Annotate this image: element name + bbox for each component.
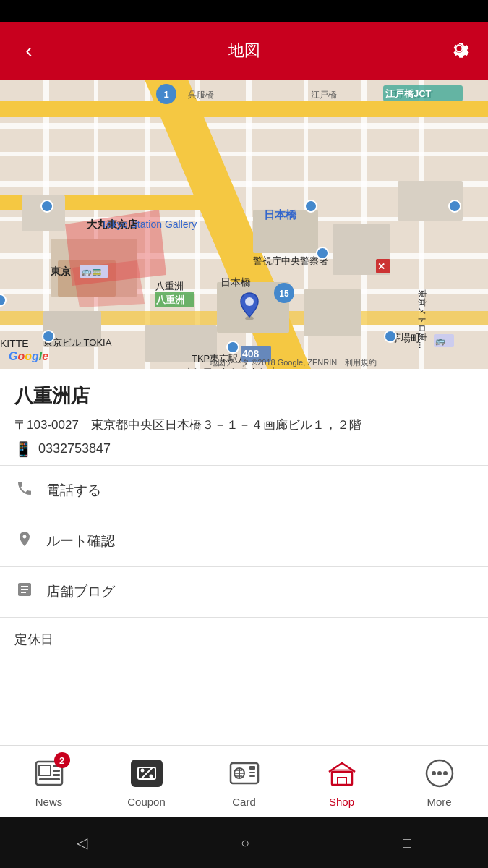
svg-point-69 — [41, 200, 53, 212]
teikyu-label: 定休日 — [14, 631, 474, 648]
svg-point-75 — [449, 200, 461, 212]
svg-rect-99 — [338, 778, 346, 785]
svg-text:KITTE: KITTE — [0, 338, 29, 349]
settings-button[interactable] — [445, 37, 474, 65]
store-address: 〒103-0027 東京都中央区日本橋３－１－４画廊ビル１，２階 — [14, 416, 474, 435]
svg-text:日本橋: 日本橋 — [221, 276, 251, 288]
svg-rect-96 — [249, 772, 255, 773]
route-icon — [14, 530, 35, 552]
android-recent-button[interactable]: □ — [403, 835, 411, 851]
nav-label-news: News — [35, 796, 63, 808]
status-bar — [0, 0, 488, 22]
svg-text:✕: ✕ — [377, 261, 385, 272]
svg-point-76 — [317, 247, 328, 259]
header-title: 地図 — [228, 40, 260, 61]
svg-point-53 — [245, 297, 254, 306]
svg-text:警視庁中央警察署: 警視庁中央警察署 — [253, 255, 328, 266]
nav-icon-wrap-news: 2 — [31, 755, 67, 791]
svg-text:地図データ ©2018 Google, ZENRIN　利用規: 地図データ ©2018 Google, ZENRIN 利用規約 — [209, 358, 377, 367]
svg-rect-82 — [53, 770, 60, 772]
back-button[interactable]: ‹ — [14, 39, 43, 62]
blog-action[interactable]: 店舗ブログ — [0, 567, 488, 618]
phone-icon: 📱 — [14, 441, 33, 458]
call-action[interactable]: 電話する — [0, 466, 488, 516]
nav-icon-wrap-shop — [324, 755, 360, 791]
svg-text:1: 1 — [163, 89, 168, 100]
nav-icon-wrap-more — [421, 755, 458, 791]
svg-rect-95 — [249, 766, 255, 770]
svg-point-74 — [0, 294, 6, 306]
svg-point-104 — [443, 771, 448, 775]
nav-item-card[interactable]: Card — [208, 755, 281, 808]
svg-rect-29 — [22, 195, 65, 231]
svg-point-70 — [305, 200, 317, 212]
svg-rect-80 — [39, 765, 51, 775]
svg-point-88 — [149, 775, 153, 778]
svg-text:八重洲: 八重洲 — [155, 294, 184, 305]
android-back-button[interactable]: ◁ — [77, 834, 87, 851]
svg-point-71 — [43, 331, 54, 342]
svg-rect-97 — [249, 775, 255, 777]
svg-rect-2 — [0, 152, 488, 156]
svg-text:🚌🚃: 🚌🚃 — [82, 266, 102, 276]
svg-rect-83 — [53, 774, 60, 776]
nav-item-shop[interactable]: Shop — [306, 755, 378, 808]
bottom-nav: 2 News Coupon — [0, 745, 488, 817]
svg-point-103 — [437, 771, 442, 775]
svg-text:東京メトロ東...: 東京メトロ東... — [417, 289, 427, 349]
map-area[interactable]: 呉服橋 江戸橋 江戸橋JCT 江戸橋JCT 1 大丸東京店 東京 🚌🚃 KITT… — [0, 80, 488, 369]
route-action[interactable]: ルート確認 — [0, 516, 488, 567]
call-label: 電話する — [46, 481, 101, 500]
nav-item-coupon[interactable]: Coupon — [111, 755, 183, 808]
nav-icon-wrap-card — [226, 755, 262, 791]
nav-icon-wrap-coupon — [129, 755, 165, 791]
nav-label-shop: Shop — [329, 796, 354, 808]
svg-rect-1 — [0, 123, 488, 129]
android-home-button[interactable]: ○ — [241, 835, 249, 851]
svg-point-87 — [140, 769, 144, 773]
blog-label: 店舗ブログ — [46, 582, 115, 601]
nav-label-card: Card — [232, 796, 256, 808]
svg-text:Google: Google — [9, 350, 48, 362]
svg-text:日本橋: 日本橋 — [264, 208, 297, 221]
svg-text:Tokyo Station Gallery: Tokyo Station Gallery — [101, 218, 197, 230]
svg-text:15: 15 — [279, 289, 289, 299]
svg-point-72 — [227, 341, 239, 353]
news-badge: 2 — [54, 752, 70, 768]
route-label: ルート確認 — [46, 532, 115, 550]
teikyu-section: 定休日 — [0, 618, 488, 655]
svg-text:江戸橋: 江戸橋 — [311, 90, 337, 100]
store-phone: 📱 0332753847 — [14, 441, 474, 458]
nav-label-coupon: Coupon — [127, 796, 166, 808]
svg-text:八重洲: 八重洲 — [155, 281, 184, 292]
svg-text:🚌: 🚌 — [435, 336, 445, 346]
store-name: 八重洲店 — [14, 383, 474, 409]
svg-rect-28 — [304, 289, 361, 336]
svg-text:東京: 東京 — [51, 265, 72, 277]
svg-text:江戸橋JCT: 江戸橋JCT — [385, 88, 432, 99]
svg-point-73 — [385, 331, 396, 342]
svg-rect-84 — [39, 778, 60, 780]
svg-rect-100 — [330, 769, 354, 773]
blog-icon — [14, 581, 35, 603]
svg-point-102 — [432, 771, 436, 775]
header: ‹ 地図 — [0, 22, 488, 80]
android-nav: ◁ ○ □ — [0, 817, 488, 868]
nav-item-news[interactable]: 2 News — [13, 755, 85, 808]
store-info: 八重洲店 〒103-0027 東京都中央区日本橋３－１－４画廊ビル１，２階 📱 … — [0, 369, 488, 466]
nav-item-more[interactable]: More — [403, 755, 476, 808]
svg-text:呉服橋: 呉服橋 — [188, 90, 214, 100]
nav-label-more: More — [427, 796, 451, 808]
call-icon — [14, 480, 35, 501]
svg-rect-16 — [0, 101, 488, 117]
